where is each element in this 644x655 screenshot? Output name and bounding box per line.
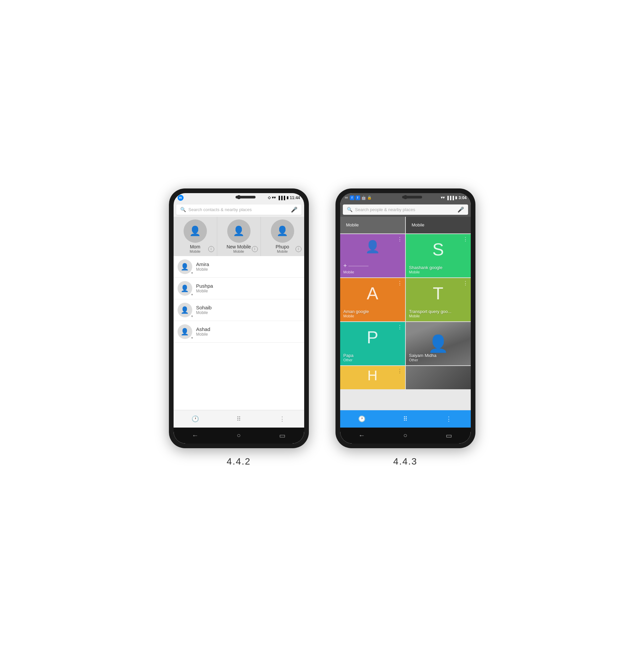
version-new: 4.4.3 [393, 456, 417, 467]
new-phone-screen: 68 f f 🤖 🔒 ▾▾ ▐▐▐ ▮ 3:04 [340, 193, 471, 444]
new-status-right: ▾▾ ▐▐▐ ▮ 3:04 [441, 195, 466, 200]
mic-icon-new[interactable]: 🎤 [457, 207, 464, 213]
new-phone-wrapper: 68 f f 🤖 🔒 ▾▾ ▐▐▐ ▮ 3:04 [336, 188, 476, 467]
grid-card-h[interactable]: ⋮ H [340, 366, 405, 389]
name-aman: Aman google [344, 309, 402, 314]
type-pushpa: Mobile [196, 289, 300, 294]
facebook-icon-1: f [350, 195, 354, 200]
partial-label-right: Mobile [409, 223, 467, 228]
signal-icon-old: ▐▐▐ [277, 196, 285, 200]
contact-sohaib[interactable]: 👤 Sohaib Mobile [174, 299, 304, 321]
menu-dots-h[interactable]: ⋮ [397, 369, 402, 374]
grid-card-photo2[interactable]: ⋮ [406, 366, 471, 389]
battery-icon-new: ▮ [455, 195, 457, 200]
home-btn-old[interactable]: ○ [232, 431, 245, 440]
home-btn-new[interactable]: ○ [398, 431, 412, 440]
info-sohaib: Sohaib Mobile [196, 305, 300, 315]
info-pushpa: Pushpa Mobile [196, 283, 300, 294]
type-saiyam: Other [409, 358, 467, 362]
type-ashad: Mobile [196, 332, 300, 337]
search-icon-old: 🔍 [180, 207, 186, 212]
type-shashank: Mobile [409, 270, 467, 274]
grid-card-partial-right[interactable]: Mobile [406, 217, 471, 233]
signal-icon-new: ▐▐▐ [446, 196, 454, 200]
new-bottom-nav: 🕐 ⠿ ⋮ [340, 410, 471, 427]
new-time: 3:04 [458, 195, 466, 200]
type-transport: Mobile [409, 314, 467, 318]
old-time: 11:44 [290, 195, 300, 200]
favorite-avatar-mom: 👤 [184, 219, 207, 243]
new-phone: 68 f f 🤖 🔒 ▾▾ ▐▐▐ ▮ 3:04 [336, 188, 476, 448]
version-old: 4.4.2 [227, 456, 251, 467]
avatar-amira: 👤 [178, 259, 192, 274]
favorite-mom[interactable]: 👤 Mom Mobile i [174, 217, 217, 256]
avatar-ashad: 👤 [178, 324, 192, 339]
favorite-new[interactable]: 👤 New Mobile Mobile i [217, 217, 261, 256]
partial-label-left: Mobile [344, 223, 402, 228]
old-phone-screen: m ◇ ▾▾ ▐▐▐ ▮ 11:44 🔍 Search contacts & n… [174, 193, 304, 444]
grid-card-saiyam[interactable]: ⋮ 👤 Saiyam Midha Other [406, 322, 471, 365]
new-grid-container: Mobile Mobile ⋮ 👤 + Mobile [340, 217, 471, 410]
menu-dots-aman[interactable]: ⋮ [397, 281, 402, 286]
letter-h: H [367, 368, 377, 383]
name-shashank: Shashank google [409, 265, 467, 270]
grid-card-transport[interactable]: ⋮ T Transport query goo... Mobile [406, 278, 471, 321]
name-ashad: Ashad [196, 326, 300, 332]
plus-label: + [344, 262, 402, 270]
info-btn-mom[interactable]: i [208, 246, 214, 252]
favorite-name-new: New Mobile [227, 244, 251, 250]
search-icon-new: 🔍 [347, 207, 352, 212]
wifi-icon-new: ▾▾ [441, 195, 445, 200]
favorite-type-new: Mobile [233, 250, 244, 253]
grid-card-add[interactable]: ⋮ 👤 + Mobile [340, 234, 405, 277]
name-sohaib: Sohaib [196, 305, 300, 310]
menu-dots-add[interactable]: ⋮ [397, 237, 402, 242]
new-search-bar[interactable]: 🔍 Search people & nearby places 🎤 [343, 205, 468, 215]
favorite-phupo[interactable]: 👤 Phupo Mobile i [261, 217, 304, 256]
letter-papa: P [367, 329, 378, 346]
grid-card-partial-left[interactable]: Mobile [340, 217, 405, 233]
info-ashad: Ashad Mobile [196, 326, 300, 337]
back-btn-old[interactable]: ← [189, 431, 202, 440]
info-btn-phupo[interactable]: i [296, 246, 301, 252]
old-phone-wrapper: m ◇ ▾▾ ▐▐▐ ▮ 11:44 🔍 Search contacts & n… [169, 188, 309, 467]
back-btn-new[interactable]: ← [355, 431, 368, 440]
info-amira: Amira Mobile [196, 261, 300, 272]
recents-btn-new[interactable]: ▭ [442, 431, 455, 440]
grid-card-aman[interactable]: ⋮ A Aman google Mobile [340, 278, 405, 321]
add-card-type: Mobile [344, 270, 402, 274]
recents-btn-old[interactable]: ▭ [276, 431, 289, 440]
old-status-right: ◇ ▾▾ ▐▐▐ ▮ 11:44 [268, 195, 300, 200]
new-android-nav: ← ○ ▭ [340, 427, 471, 444]
lock-icon: 🔒 [367, 195, 372, 200]
old-search-bar[interactable]: 🔍 Search contacts & nearby places 🎤 [176, 205, 301, 215]
contact-ashad[interactable]: 👤 Ashad Mobile [174, 321, 304, 343]
messenger-icon: m [178, 195, 184, 201]
menu-dots-papa[interactable]: ⋮ [397, 325, 402, 330]
contact-amira[interactable]: 👤 Amira Mobile [174, 256, 304, 278]
new-search-text[interactable]: Search people & nearby places [355, 207, 455, 212]
letter-aman: A [367, 285, 378, 302]
grid-card-papa[interactable]: ⋮ P Papa Other [340, 322, 405, 365]
avatar-sohaib: 👤 [178, 303, 192, 317]
grid-card-shashank[interactable]: ⋮ S Shashank google Mobile [406, 234, 471, 277]
avatar-pushpa: 👤 [178, 281, 192, 296]
dialpad-icon-new[interactable]: ⠿ [400, 414, 411, 424]
contact-pushpa[interactable]: 👤 Pushpa Mobile [174, 278, 304, 299]
name-papa: Papa [344, 353, 402, 358]
name-transport: Transport query goo... [409, 309, 467, 314]
old-android-nav: ← ○ ▭ [174, 427, 304, 444]
menu-dots-transport[interactable]: ⋮ [463, 281, 468, 286]
clock-icon-old[interactable]: 🕐 [190, 414, 201, 424]
favorite-avatar-new: 👤 [227, 219, 251, 243]
clock-icon-new[interactable]: 🕐 [356, 414, 367, 424]
mic-icon-old[interactable]: 🎤 [291, 207, 298, 213]
more-icon-old[interactable]: ⋮ [277, 414, 288, 424]
info-btn-new[interactable]: i [252, 246, 258, 252]
menu-dots-shashank[interactable]: ⋮ [463, 237, 468, 242]
dialpad-icon-old[interactable]: ⠿ [233, 414, 244, 424]
more-icon-new[interactable]: ⋮ [443, 414, 454, 424]
phones-container: m ◇ ▾▾ ▐▐▐ ▮ 11:44 🔍 Search contacts & n… [169, 188, 476, 467]
old-search-text[interactable]: Search contacts & nearby places [189, 207, 288, 212]
phone-speaker-new [402, 196, 422, 198]
